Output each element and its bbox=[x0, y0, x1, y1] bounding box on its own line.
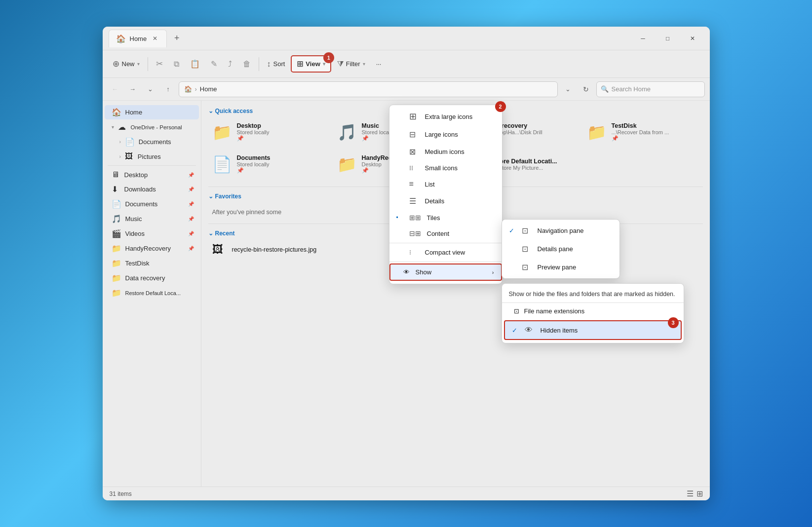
file-item-desktop[interactable]: 📁 Desktop Stored locally 📌 bbox=[208, 118, 328, 146]
sidebar: 🏠 Home ▾ ☁ OneDrive - Personal › 📄 Docum… bbox=[103, 101, 201, 487]
tab-close-btn[interactable]: ✕ bbox=[151, 34, 159, 43]
sidebar-item-videos[interactable]: 🎬 Videos 📌 bbox=[105, 226, 199, 241]
paste-icon: 📋 bbox=[190, 59, 200, 69]
vd-list[interactable]: ≡ List bbox=[389, 176, 502, 192]
hidden-tooltip: Show or hide the files and folders that … bbox=[502, 286, 684, 303]
sidebar-item-handyrecovery[interactable]: 📁 HandyRecovery 📌 bbox=[105, 241, 199, 256]
view-btn[interactable]: ⊞ View ▾ 1 bbox=[291, 55, 331, 73]
sidebar-desktop-label: Desktop bbox=[124, 171, 148, 179]
rename-btn[interactable]: ✎ bbox=[206, 56, 222, 72]
view-dropdown: ⊞ Extra large icons ⊟ Large icons ⊠ Medi… bbox=[389, 105, 503, 284]
back-btn[interactable]: ← bbox=[108, 82, 122, 97]
address-bar: ← → ⌄ ↑ 🏠 › Home ⌄ ↻ 🔍 Search Home bbox=[103, 78, 710, 101]
up-btn[interactable]: ↑ bbox=[161, 82, 176, 97]
docs-icon: 📄 bbox=[125, 137, 135, 147]
sidebar-home-label: Home bbox=[125, 109, 143, 116]
sidebar-item-pictures[interactable]: › 🖼 Pictures bbox=[105, 150, 199, 163]
address-input[interactable]: 🏠 › Home bbox=[179, 81, 558, 97]
vd-medium[interactable]: ⊠ Medium icons bbox=[389, 143, 502, 160]
new-tab-btn[interactable]: + bbox=[169, 31, 185, 46]
more-btn[interactable]: ··· bbox=[371, 57, 387, 71]
vd-compact[interactable]: ⁝ Compact view bbox=[389, 245, 502, 260]
sm-nav-pane[interactable]: ✓ ⊡ Navigation pane bbox=[502, 222, 619, 240]
sidebar-item-onedrive[interactable]: ▾ ☁ OneDrive - Personal bbox=[105, 120, 199, 134]
large-icons-icon: ⊟ bbox=[409, 130, 419, 139]
refresh-btn[interactable]: ↻ bbox=[579, 82, 593, 97]
share-btn[interactable]: ⤴ bbox=[223, 57, 237, 72]
maximize-btn[interactable]: □ bbox=[657, 31, 679, 46]
toolbar-sep-2 bbox=[259, 57, 259, 71]
new-label: New bbox=[122, 60, 135, 68]
downloads-icon: ⬇ bbox=[112, 185, 120, 194]
sidebar-item-documents[interactable]: › 📄 Documents bbox=[105, 135, 199, 149]
sidebar-pics-label: Pictures bbox=[138, 153, 161, 160]
vd-compact-label: Compact view bbox=[425, 249, 465, 256]
onedrive-icon: ☁ bbox=[118, 122, 127, 132]
filter-btn[interactable]: ⧩ Filter ▾ bbox=[332, 57, 370, 72]
copy-btn[interactable]: ⧉ bbox=[169, 57, 184, 72]
downloads-pin-icon: 📌 bbox=[188, 187, 194, 192]
home-icon: 🏠 bbox=[112, 108, 121, 117]
vd-details[interactable]: ☰ Details bbox=[389, 192, 502, 210]
hs-hidden-label: Hidden items bbox=[541, 327, 578, 334]
sm-preview-pane[interactable]: ⊡ Preview pane bbox=[502, 258, 619, 276]
filter-label: Filter bbox=[346, 60, 360, 68]
delete-btn[interactable]: 🗑 bbox=[238, 57, 256, 72]
sort-btn[interactable]: ↕ Sort bbox=[262, 57, 290, 72]
sidebar-item-restore[interactable]: 📁 Restore Default Loca... bbox=[105, 286, 199, 300]
hs-file-ext[interactable]: ⊡ File name extensions bbox=[502, 303, 684, 319]
details-pane-icon: ⊡ bbox=[522, 244, 533, 254]
handy-icon: 📁 bbox=[112, 244, 121, 253]
vd-details-label: Details bbox=[425, 197, 445, 205]
sidebar-music-label: Music bbox=[125, 215, 142, 223]
vd-large[interactable]: ⊟ Large icons bbox=[389, 126, 502, 143]
vd-tiles[interactable]: • ⊞⊞ Tiles bbox=[389, 210, 502, 226]
handy-pin-icon: 📌 bbox=[188, 246, 194, 251]
testdisk-icon: 📁 bbox=[112, 259, 121, 268]
minimize-btn[interactable]: ─ bbox=[632, 31, 655, 46]
vd-list-label: List bbox=[425, 181, 435, 188]
vd-show[interactable]: 👁 Show › 2 bbox=[389, 264, 502, 281]
nav-pane-icon: ⊡ bbox=[522, 226, 533, 235]
sidebar-item-datarecovery[interactable]: 📁 Data recovery bbox=[105, 271, 199, 285]
videos-icon: 🎬 bbox=[112, 229, 121, 238]
compact-icon: ⁝ bbox=[409, 249, 419, 256]
sidebar-item-home[interactable]: 🏠 Home bbox=[105, 105, 199, 119]
close-btn[interactable]: ✕ bbox=[681, 31, 704, 46]
file-desktop-icon: 📁 bbox=[212, 123, 232, 142]
sidebar-item-testdisk[interactable]: 📁 TestDisk bbox=[105, 256, 199, 270]
sidebar-item-downloads[interactable]: ⬇ Downloads 📌 bbox=[105, 182, 199, 196]
sidebar-item-music[interactable]: 🎵 Music 📌 bbox=[105, 212, 199, 226]
sidebar-item-desktop[interactable]: 🖥 Desktop 📌 bbox=[105, 168, 199, 182]
file-ext-icon: ⊡ bbox=[514, 307, 519, 315]
pics-icon: 🖼 bbox=[125, 152, 134, 161]
vd-sep-1 bbox=[389, 243, 502, 243]
music-pin-icon: 📌 bbox=[188, 216, 194, 222]
sidebar-restore-label: Restore Default Loca... bbox=[125, 290, 181, 296]
grid-view-icon[interactable]: ⊞ bbox=[696, 489, 703, 498]
sm-check-nav: ✓ bbox=[509, 227, 517, 234]
forward-btn[interactable]: → bbox=[125, 82, 140, 97]
sm-details-label: Details pane bbox=[538, 245, 573, 253]
new-btn[interactable]: ⊕ New ▾ bbox=[108, 56, 145, 72]
cut-btn[interactable]: ✂ bbox=[151, 56, 168, 72]
vd-content[interactable]: ⊟⊞ Content bbox=[389, 226, 502, 241]
sm-details-pane[interactable]: ⊡ Details pane bbox=[502, 240, 619, 258]
delete-icon: 🗑 bbox=[243, 60, 251, 69]
sm-preview-label: Preview pane bbox=[538, 264, 577, 271]
vd-small[interactable]: ⁞⁞ Small icons bbox=[389, 160, 502, 176]
hs-hidden-items[interactable]: ✓ 👁 Hidden items 3 bbox=[504, 320, 682, 340]
extra-large-icon: ⊞ bbox=[409, 111, 419, 122]
dropdown-addr-btn[interactable]: ⌄ bbox=[561, 82, 576, 97]
search-box[interactable]: 🔍 Search Home bbox=[596, 81, 705, 97]
hidden-submenu: Show or hide the files and folders that … bbox=[502, 283, 684, 343]
dropdown-btn[interactable]: ⌄ bbox=[143, 82, 158, 97]
list-view-icon[interactable]: ☰ bbox=[687, 489, 694, 498]
file-item-testdisk[interactable]: 📁 TestDisk ...\Recover Data from ... 📌 bbox=[583, 118, 703, 146]
tab-home[interactable]: 🏠 Home ✕ bbox=[109, 30, 167, 47]
sidebar-item-documents2[interactable]: 📄 Documents 📌 bbox=[105, 197, 199, 211]
file-item-documents[interactable]: 📄 Documents Stored locally 📌 bbox=[208, 151, 328, 178]
toolbar: ⊕ New ▾ ✂ ⧉ 📋 ✎ ⤴ 🗑 ↕ Sort ⊞ Vi bbox=[103, 50, 710, 78]
vd-extra-large[interactable]: ⊞ Extra large icons bbox=[389, 107, 502, 126]
paste-btn[interactable]: 📋 bbox=[185, 56, 205, 72]
